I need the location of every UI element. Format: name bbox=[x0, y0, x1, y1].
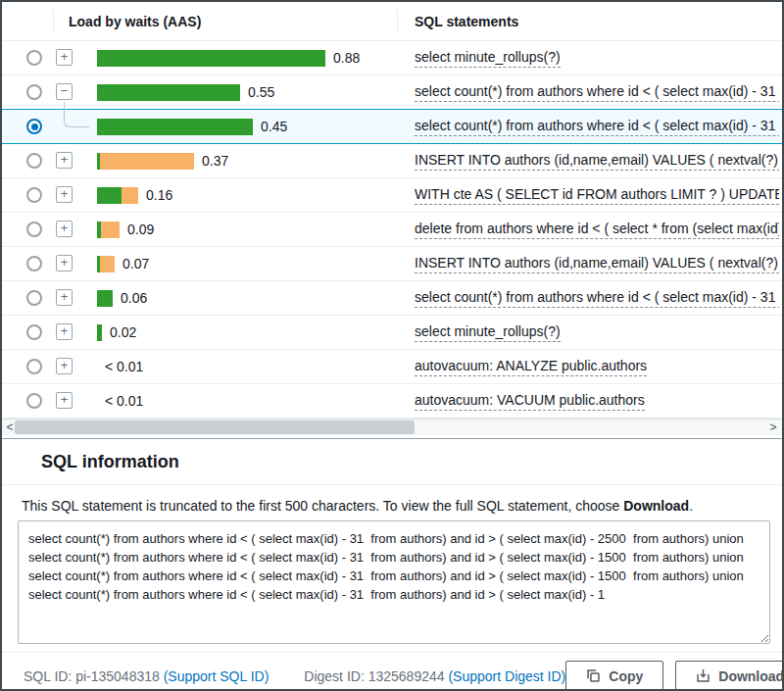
footer-buttons: Copy Download bbox=[565, 661, 784, 691]
copy-button[interactable]: Copy bbox=[565, 661, 663, 691]
scroll-left-arrow-icon[interactable]: < bbox=[5, 420, 15, 435]
table-row[interactable]: +0.06select count(*) from authors where … bbox=[2, 281, 782, 316]
load-bar-segment-orange bbox=[101, 222, 120, 238]
column-header-sql-statements: SQL statements bbox=[415, 14, 518, 29]
load-value: 0.02 bbox=[110, 324, 136, 340]
load-value: < 0.01 bbox=[105, 393, 143, 409]
header-divider bbox=[53, 10, 54, 33]
load-bar-segment-orange bbox=[100, 153, 194, 170]
load-bar bbox=[97, 290, 113, 307]
digest-id: Digest ID: 1325689244 (Support Digest ID… bbox=[304, 668, 565, 684]
sql-statement-textarea[interactable]: select count(*) from authors where id < … bbox=[18, 520, 770, 644]
load-bar-cell: 0.06 bbox=[97, 281, 147, 315]
sql-statement-cell: WITH cte AS ( SELECT id FROM authors LIM… bbox=[406, 178, 779, 212]
sql-statement-link[interactable]: autovacuum: VACUUM public.authors bbox=[415, 392, 645, 411]
table-row[interactable]: +0.09delete from authors where id < ( se… bbox=[2, 213, 782, 247]
row-select-radio[interactable] bbox=[26, 256, 42, 271]
load-bar-segment-green bbox=[97, 290, 113, 307]
download-button[interactable]: Download bbox=[675, 661, 784, 691]
table-body: +0.88select minute_rollups(?)−0.55select… bbox=[2, 41, 782, 419]
panel-header: SQL information bbox=[2, 439, 782, 485]
table-row[interactable]: +0.88select minute_rollups(?) bbox=[2, 41, 782, 75]
performance-insights-top-sql: Load by waits (AAS) SQL statements +0.88… bbox=[0, 0, 784, 691]
row-select-radio[interactable] bbox=[26, 153, 42, 169]
expand-row-icon[interactable]: + bbox=[56, 49, 73, 66]
collapse-row-icon[interactable]: − bbox=[56, 83, 73, 100]
table-row[interactable]: +0.37INSERT INTO authors (id,name,email)… bbox=[2, 144, 782, 178]
sql-statement-link[interactable]: select minute_rollups(?) bbox=[415, 49, 561, 68]
sql-statement-cell: select count(*) from authors where id < … bbox=[406, 110, 779, 143]
load-bar bbox=[97, 256, 115, 272]
load-bar-segment-green bbox=[97, 187, 122, 204]
load-bar-cell: < 0.01 bbox=[97, 384, 143, 418]
sql-statement-link[interactable]: select count(*) from authors where id < … bbox=[415, 289, 779, 308]
sql-statement-link[interactable]: INSERT INTO authors (id,name,email) VALU… bbox=[415, 152, 779, 171]
load-bar bbox=[97, 324, 102, 341]
load-bar-cell: 0.02 bbox=[97, 316, 136, 349]
load-value: 0.88 bbox=[333, 50, 360, 66]
sql-id-text: SQL ID: pi-135048318 bbox=[24, 668, 160, 684]
table-row[interactable]: +< 0.01autovacuum: ANALYZE public.author… bbox=[2, 350, 782, 384]
table-row[interactable]: +0.07INSERT INTO authors (id,name,email)… bbox=[2, 247, 782, 281]
sql-statement-link[interactable]: select minute_rollups(?) bbox=[415, 323, 561, 342]
row-select-radio[interactable] bbox=[26, 359, 42, 374]
load-value: 0.09 bbox=[127, 222, 154, 237]
expand-row-icon[interactable]: + bbox=[56, 152, 73, 169]
load-bar bbox=[97, 50, 325, 67]
horizontal-scrollbar[interactable]: < > bbox=[2, 419, 782, 435]
scrollbar-thumb[interactable] bbox=[15, 420, 415, 434]
load-value: 0.45 bbox=[261, 119, 287, 134]
expand-row-icon[interactable]: + bbox=[56, 289, 73, 306]
row-select-radio[interactable] bbox=[26, 222, 42, 237]
sql-statement-link[interactable]: INSERT INTO authors (id,name,email) VALU… bbox=[415, 255, 779, 273]
row-select-radio[interactable] bbox=[26, 187, 42, 203]
row-select-radio[interactable] bbox=[26, 84, 42, 100]
table-row[interactable]: +0.16WITH cte AS ( SELECT id FROM author… bbox=[2, 178, 782, 213]
load-bar bbox=[97, 153, 194, 170]
sql-statement-link[interactable]: select count(*) from authors where id < … bbox=[415, 118, 779, 136]
table-row[interactable]: +0.02select minute_rollups(?) bbox=[2, 316, 782, 350]
load-bar-cell: < 0.01 bbox=[97, 350, 143, 383]
table-row[interactable]: +< 0.01autovacuum: VACUUM public.authors bbox=[2, 384, 782, 419]
truncation-note-period: . bbox=[689, 498, 693, 514]
expand-row-icon[interactable]: + bbox=[56, 392, 73, 409]
support-sql-id-link[interactable]: (Support SQL ID) bbox=[164, 668, 270, 684]
sql-statement-link[interactable]: delete from authors where id < ( select … bbox=[415, 221, 779, 239]
truncation-note-download-word: Download bbox=[623, 498, 689, 514]
sql-statement-cell: delete from authors where id < ( select … bbox=[406, 213, 779, 246]
load-value: 0.07 bbox=[122, 256, 149, 271]
row-select-radio[interactable] bbox=[26, 324, 42, 340]
sql-statement-cell: INSERT INTO authors (id,name,email) VALU… bbox=[406, 144, 779, 177]
panel-title: SQL information bbox=[41, 452, 179, 471]
expand-row-icon[interactable]: + bbox=[56, 221, 73, 237]
load-value: < 0.01 bbox=[105, 359, 143, 374]
sql-statement-cell: select minute_rollups(?) bbox=[406, 316, 779, 349]
sql-statement-link[interactable]: WITH cte AS ( SELECT id FROM authors LIM… bbox=[415, 186, 779, 205]
sql-statement-cell: select count(*) from authors where id < … bbox=[406, 281, 779, 315]
expand-row-icon[interactable]: + bbox=[56, 255, 73, 271]
panel-footer: SQL ID: pi-135048318 (Support SQL ID) Di… bbox=[2, 652, 782, 691]
copy-icon bbox=[586, 668, 601, 683]
load-value: 0.37 bbox=[202, 153, 228, 169]
sql-information-panel: SQL information This SQL statement is tr… bbox=[2, 438, 782, 691]
load-bar bbox=[97, 222, 120, 238]
table-header: Load by waits (AAS) SQL statements bbox=[2, 2, 782, 41]
load-bar-segment-orange bbox=[100, 256, 115, 272]
table-row[interactable]: 0.45select count(*) from authors where i… bbox=[2, 109, 782, 144]
download-button-label: Download bbox=[718, 668, 784, 684]
id-group: SQL ID: pi-135048318 (Support SQL ID) Di… bbox=[24, 668, 565, 684]
sql-statement-link[interactable]: autovacuum: ANALYZE public.authors bbox=[415, 358, 647, 376]
row-select-radio[interactable] bbox=[26, 290, 42, 306]
expand-row-icon[interactable]: + bbox=[56, 186, 73, 203]
row-select-radio[interactable] bbox=[26, 393, 42, 409]
load-bar-cell: 0.55 bbox=[97, 75, 274, 109]
row-select-radio[interactable] bbox=[26, 119, 42, 134]
sql-statement-cell: autovacuum: VACUUM public.authors bbox=[406, 384, 779, 418]
expand-row-icon[interactable]: + bbox=[56, 323, 73, 340]
row-select-radio[interactable] bbox=[26, 50, 42, 66]
scroll-right-arrow-icon[interactable]: > bbox=[768, 420, 778, 435]
expand-row-icon[interactable]: + bbox=[56, 358, 73, 374]
table-row[interactable]: −0.55select count(*) from authors where … bbox=[2, 75, 782, 110]
sql-statement-link[interactable]: select count(*) from authors where id < … bbox=[415, 83, 779, 102]
support-digest-id-link[interactable]: (Support Digest ID) bbox=[448, 668, 565, 684]
